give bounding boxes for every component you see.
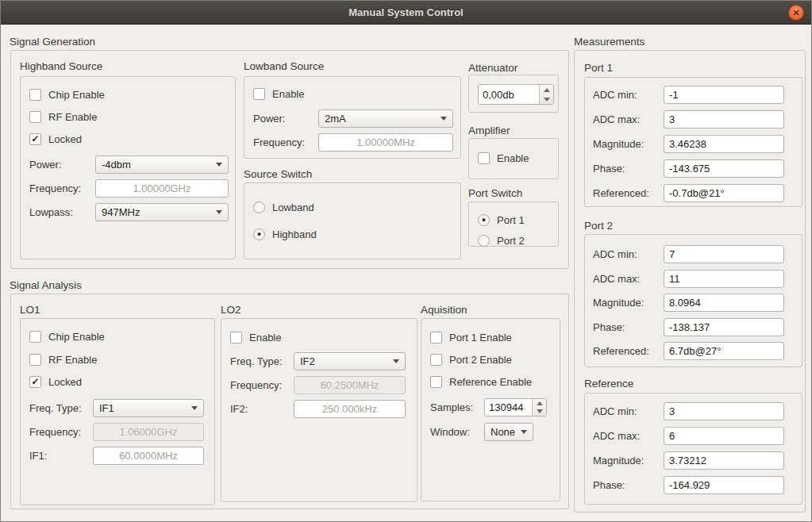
chevron-down-icon (441, 117, 447, 121)
window-title: Manual System Control (348, 6, 463, 18)
combo-value: 947MHz (102, 206, 140, 218)
p1-phase-input[interactable] (664, 159, 784, 178)
checkbox-label: Enable (272, 88, 304, 100)
checkbox-box (430, 332, 442, 344)
p1-adc-max-input[interactable] (664, 110, 784, 129)
p2-adc-min-input[interactable] (664, 245, 784, 263)
spin-up-button[interactable] (533, 399, 546, 408)
radio-source-highband[interactable]: ● Highband (253, 228, 317, 240)
checkbox-lb-enable[interactable]: Enable (253, 87, 304, 100)
checkbox-aq-port2-enable[interactable]: Port 2 Enable (430, 353, 512, 366)
lo2-if2-input[interactable] (294, 400, 406, 418)
attenuator-input[interactable] (479, 85, 539, 104)
source-switch-title: Source Switch (244, 168, 312, 180)
spin-buttons (539, 85, 553, 104)
p2-phase-input[interactable] (664, 318, 784, 336)
aq-samples-spinbox[interactable] (484, 398, 547, 416)
check-icon: ✓ (31, 377, 39, 386)
lo2-title: LO2 (221, 304, 241, 316)
lo1-if1-input[interactable] (93, 447, 204, 465)
p1-phase-label: Phase: (593, 163, 625, 175)
checkbox-lo1-rf-enable[interactable]: RF Enable (29, 353, 97, 366)
p2-adc-min-label: ADC min: (593, 248, 637, 260)
lb-power-combo[interactable]: 2mA (318, 109, 453, 128)
checkbox-label: Enable (249, 332, 281, 344)
p1-magnitude-input[interactable] (664, 135, 784, 153)
checkbox-label: Locked (48, 376, 82, 388)
checkbox-label: Chip Enable (48, 89, 105, 101)
checkbox-box: ✓ (29, 376, 41, 388)
hb-power-combo[interactable]: -4dbm (95, 155, 229, 174)
amplifier-title: Amplifier (468, 125, 510, 136)
combo-value: IF2 (300, 355, 315, 367)
checkbox-label: Chip Enable (48, 331, 105, 343)
combo-value: None (491, 426, 515, 438)
chevron-down-icon (393, 359, 399, 363)
hb-frequency-input[interactable] (95, 179, 229, 198)
ref-adc-max-input[interactable] (664, 427, 784, 445)
checkbox-box (29, 331, 41, 343)
checkbox-box: ✓ (29, 133, 41, 145)
checkbox-lo1-chip-enable[interactable]: Chip Enable (29, 330, 105, 343)
checkbox-amplifier-enable[interactable]: Enable (478, 152, 529, 164)
checkbox-aq-port1-enable[interactable]: Port 1 Enable (430, 331, 512, 344)
ref-phase-input[interactable] (664, 476, 784, 494)
p2-referenced-input[interactable] (664, 342, 784, 360)
checkbox-box (430, 354, 442, 366)
chevron-down-icon (216, 163, 222, 167)
p2-adc-max-input[interactable] (664, 270, 784, 288)
checkbox-aq-reference-enable[interactable]: Reference Enable (430, 375, 532, 388)
lo1-frequency-input (93, 423, 204, 441)
ref-adc-min-input[interactable] (664, 402, 784, 420)
close-button[interactable]: ✕ (788, 5, 804, 21)
lo1-frequency-label: Frequency: (29, 426, 81, 438)
checkbox-lo2-enable[interactable]: Enable (230, 331, 281, 344)
lb-frequency-label: Frequency: (253, 136, 305, 148)
aq-samples-label: Samples: (430, 401, 473, 413)
spin-buttons (532, 399, 546, 416)
ref-magnitude-label: Magnitude: (593, 455, 644, 466)
aq-window-combo[interactable]: None (484, 423, 533, 441)
m-port1-title: Port 1 (584, 62, 613, 74)
checkbox-hb-rf-enable[interactable]: RF Enable (29, 110, 97, 123)
checkbox-box (430, 376, 442, 388)
lo1-freq-type-combo[interactable]: IF1 (93, 399, 204, 417)
spin-down-button[interactable] (533, 408, 546, 416)
lo1-freq-type-label: Freq. Type: (29, 402, 82, 414)
checkbox-lo1-locked[interactable]: ✓ Locked (29, 375, 82, 388)
checkbox-label: Port 2 Enable (449, 354, 512, 366)
p1-adc-max-label: ADC max: (593, 113, 640, 125)
attenuator-spinbox[interactable] (478, 84, 554, 105)
lo2-freq-type-combo[interactable]: IF2 (294, 352, 406, 370)
combo-value: IF1 (99, 402, 114, 414)
radio-dot-icon: ● (257, 231, 261, 238)
checkbox-label: RF Enable (48, 354, 97, 366)
m-port2-title: Port 2 (584, 220, 613, 232)
titlebar[interactable]: Manual System Control ✕ (1, 1, 811, 25)
close-icon: ✕ (792, 9, 799, 17)
lo1-title: LO1 (20, 304, 40, 316)
ref-magnitude-input[interactable] (664, 451, 784, 470)
p2-magnitude-input[interactable] (664, 294, 784, 312)
radio-label: Port 2 (497, 235, 525, 247)
spin-down-button[interactable] (540, 94, 553, 104)
hb-lowpass-combo[interactable]: 947MHz (95, 203, 229, 221)
checkbox-box (29, 354, 41, 366)
aq-samples-input[interactable] (485, 399, 532, 416)
radio-port-2[interactable]: Port 2 (478, 234, 525, 247)
checkbox-label: Port 1 Enable (449, 332, 512, 344)
lb-frequency-input[interactable] (318, 133, 453, 152)
radio-label: Highband (272, 228, 317, 240)
p1-referenced-input[interactable] (664, 184, 784, 202)
checkbox-hb-locked[interactable]: ✓ Locked (29, 132, 82, 145)
attenuator-title: Attenuator (468, 62, 518, 74)
spin-up-button[interactable] (540, 85, 553, 94)
checkbox-box (478, 152, 490, 164)
radio-source-lowband[interactable]: Lowband (253, 201, 314, 213)
checkbox-hb-chip-enable[interactable]: Chip Enable (29, 88, 105, 101)
radio-port-1[interactable]: ● Port 1 (478, 213, 525, 226)
spin-down-icon (544, 98, 550, 102)
p1-adc-min-input[interactable] (664, 86, 784, 104)
checkbox-box (29, 111, 41, 123)
spin-down-icon (537, 409, 543, 413)
